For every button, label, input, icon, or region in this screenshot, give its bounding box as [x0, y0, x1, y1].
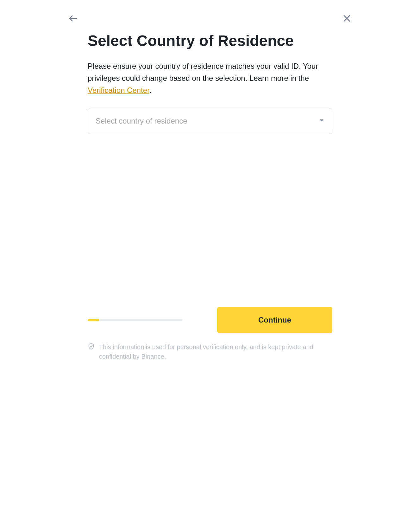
- country-select-placeholder: Select country of residence: [96, 117, 319, 125]
- modal-top-bar: [67, 13, 353, 24]
- country-select[interactable]: Select country of residence: [88, 108, 332, 134]
- modal-content: Select Country of Residence Please ensur…: [67, 32, 353, 361]
- svg-marker-3: [320, 119, 323, 122]
- close-button[interactable]: [341, 13, 353, 24]
- shield-check-icon: [88, 343, 95, 352]
- progress-fill: [88, 319, 99, 321]
- spacer: [88, 134, 332, 307]
- page-title: Select Country of Residence: [88, 32, 332, 50]
- privacy-note: This information is used for personal ve…: [88, 342, 332, 361]
- description-text: Please ensure your country of residence …: [88, 60, 332, 97]
- progress-bar: [88, 319, 183, 321]
- description-suffix: .: [149, 86, 152, 94]
- verification-center-link[interactable]: Verification Center: [88, 86, 149, 94]
- chevron-down-icon: [319, 118, 324, 125]
- description-prefix: Please ensure your country of residence …: [88, 62, 318, 82]
- arrow-left-icon: [68, 13, 78, 23]
- footer-row: Continue: [88, 307, 332, 333]
- continue-button[interactable]: Continue: [217, 307, 332, 333]
- close-icon: [342, 14, 352, 23]
- privacy-text: This information is used for personal ve…: [99, 342, 332, 361]
- country-residence-modal: Select Country of Residence Please ensur…: [52, 0, 368, 380]
- back-button[interactable]: [67, 13, 79, 24]
